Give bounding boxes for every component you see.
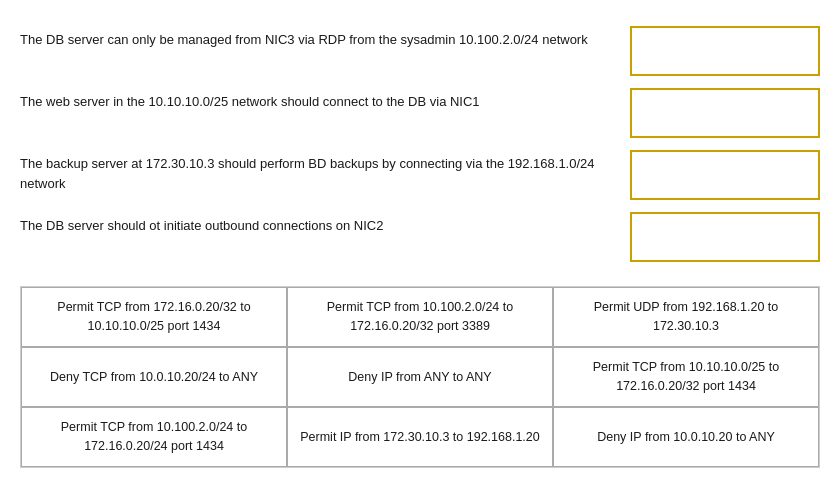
answer-box-3[interactable] — [630, 150, 820, 200]
tile-5[interactable]: Deny IP from ANY to ANY — [287, 347, 553, 407]
tile-1[interactable]: Permit TCP from 172.16.0.20/32 to 10.10.… — [21, 287, 287, 347]
main-container: The DB server can only be managed from N… — [20, 20, 820, 468]
tile-7[interactable]: Permit TCP from 10.100.2.0/24 to 172.16.… — [21, 407, 287, 467]
question-4-text: The DB server should ot initiate outboun… — [20, 206, 620, 268]
tile-2[interactable]: Permit TCP from 10.100.2.0/24 to 172.16.… — [287, 287, 553, 347]
question-2-text: The web server in the 10.10.10.0/25 netw… — [20, 82, 620, 144]
tile-3[interactable]: Permit UDP from 192.168.1.20 to 172.30.1… — [553, 287, 819, 347]
answer-box-4[interactable] — [630, 212, 820, 262]
tile-9[interactable]: Deny IP from 10.0.10.20 to ANY — [553, 407, 819, 467]
questions-section: The DB server can only be managed from N… — [20, 20, 820, 268]
tiles-section: Permit TCP from 172.16.0.20/32 to 10.10.… — [20, 286, 820, 468]
question-1-text: The DB server can only be managed from N… — [20, 20, 620, 82]
tile-8[interactable]: Permit IP from 172.30.10.3 to 192.168.1.… — [287, 407, 553, 467]
tile-6[interactable]: Permit TCP from 10.10.10.0/25 to 172.16.… — [553, 347, 819, 407]
answer-box-1[interactable] — [630, 26, 820, 76]
question-3-text: The backup server at 172.30.10.3 should … — [20, 144, 620, 206]
answer-box-2[interactable] — [630, 88, 820, 138]
tile-4[interactable]: Deny TCP from 10.0.10.20/24 to ANY — [21, 347, 287, 407]
